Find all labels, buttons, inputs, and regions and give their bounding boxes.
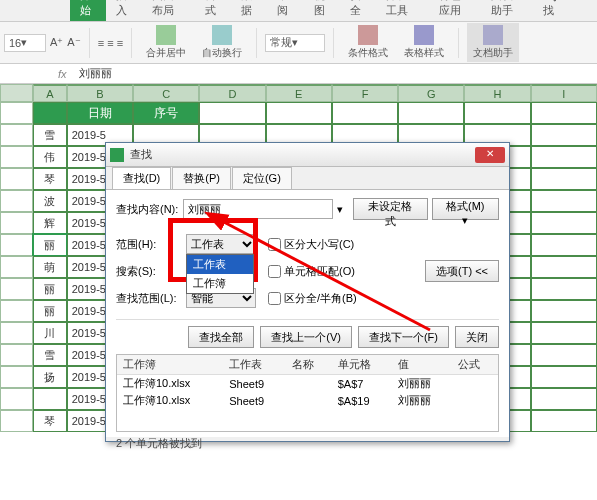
cell[interactable]: 扬 [33, 366, 67, 388]
formula-bar: fx 刘丽丽 [0, 64, 597, 84]
tab-find[interactable]: 查找(D) [112, 167, 171, 189]
tab-data[interactable]: 数据 [231, 0, 267, 21]
dialog-titlebar[interactable]: 查找 ✕ [106, 143, 509, 167]
header-date[interactable]: 日期 [67, 102, 133, 124]
search-scope-label: 查找范围(L): [116, 291, 186, 306]
cell[interactable]: 萌 [33, 256, 67, 278]
merge-center-button[interactable]: 合并居中 [140, 23, 192, 62]
whole-cell-label: 单元格匹配(O) [284, 264, 355, 279]
column-headers: A B C D E F G H I [0, 84, 597, 102]
results-status: 2 个单元格被找到 [116, 432, 499, 451]
col-e[interactable]: E [266, 84, 332, 102]
formula-bar-value[interactable]: 刘丽丽 [75, 66, 116, 81]
tab-doc-helper[interactable]: 文档助手 [481, 0, 533, 21]
cell[interactable] [33, 388, 67, 410]
col-f[interactable]: F [332, 84, 398, 102]
fx-icon[interactable]: fx [50, 68, 75, 80]
cell[interactable]: 川 [33, 322, 67, 344]
tab-review[interactable]: 审阅 [267, 0, 303, 21]
number-format-combo[interactable]: 常规 ▾ [265, 34, 325, 52]
font-shrink-icon[interactable]: A⁻ [67, 36, 80, 49]
tab-start[interactable]: 开始 [70, 0, 106, 21]
tab-view[interactable]: 视图 [304, 0, 340, 21]
no-format-button[interactable]: 未设定格式 [353, 198, 428, 220]
find-content-label: 查找内容(N): [116, 202, 183, 217]
find-content-input[interactable] [183, 199, 333, 219]
find-all-button[interactable]: 查找全部 [188, 326, 254, 348]
col-a[interactable]: A [33, 84, 66, 102]
cell[interactable]: 伟 [33, 146, 67, 168]
find-prev-button[interactable]: 查找上一个(V) [260, 326, 352, 348]
cell[interactable]: 丽 [33, 278, 67, 300]
find-next-button[interactable]: 查找下一个(F) [358, 326, 449, 348]
full-half-width-checkbox[interactable] [268, 292, 281, 305]
tab-page-layout[interactable]: 页面布局 [142, 0, 194, 21]
search-icon[interactable]: 🔍 查找 [533, 0, 597, 21]
close-button[interactable]: 关闭 [455, 326, 499, 348]
dialog-tabs: 查找(D) 替换(P) 定位(G) [106, 167, 509, 189]
ribbon: 16 ▾ A⁺ A⁻ ≡ ≡ ≡ 合并居中 自动换行 常规 ▾ 条件格式 表格样… [0, 22, 597, 64]
main-menu-tabs: 开始 插入 页面布局 公式 数据 审阅 视图 安全 开发工具 特色应用 文档助手… [0, 0, 597, 22]
font-size-combo[interactable]: 16 ▾ [4, 34, 46, 52]
scope-label: 范围(H): [116, 237, 186, 252]
format-button[interactable]: 格式(M) ▾ [432, 198, 499, 220]
tab-insert[interactable]: 插入 [106, 0, 142, 21]
cond-format-button[interactable]: 条件格式 [342, 23, 394, 62]
search-label: 搜索(S): [116, 264, 186, 279]
col-i[interactable]: I [531, 84, 597, 102]
cell[interactable]: 辉 [33, 212, 67, 234]
tab-special[interactable]: 特色应用 [429, 0, 481, 21]
table-style-button[interactable]: 表格样式 [398, 23, 450, 62]
tab-goto[interactable]: 定位(G) [232, 167, 292, 189]
tab-dev-tools[interactable]: 开发工具 [376, 0, 428, 21]
header-seq[interactable]: 序号 [133, 102, 199, 124]
doc-helper-button[interactable]: 文档助手 [467, 23, 519, 62]
find-dropdown-icon[interactable]: ▾ [337, 203, 343, 216]
cell[interactable]: 波 [33, 190, 67, 212]
results-table[interactable]: 工作簿 工作表 名称 单元格 值 公式 工作簿10.xlsxSheet9$A$7… [116, 354, 499, 432]
cell[interactable]: 雪 [33, 344, 67, 366]
scope-option-workbook[interactable]: 工作簿 [187, 274, 253, 293]
scope-dropdown-open: 工作表 工作簿 [186, 254, 254, 294]
cell[interactable]: 琴 [33, 168, 67, 190]
cell[interactable]: 雪 [33, 124, 67, 146]
match-case-label: 区分大小写(C) [284, 237, 354, 252]
dialog-app-icon [110, 148, 124, 162]
col-c[interactable]: C [133, 84, 199, 102]
font-grow-icon[interactable]: A⁺ [50, 36, 63, 49]
whole-cell-checkbox[interactable] [268, 265, 281, 278]
cell[interactable]: 丽 [33, 234, 67, 256]
wrap-text-button[interactable]: 自动换行 [196, 23, 248, 62]
match-case-checkbox[interactable] [268, 238, 281, 251]
scope-option-sheet[interactable]: 工作表 [187, 255, 253, 274]
col-d[interactable]: D [199, 84, 265, 102]
find-dialog: 查找 ✕ 查找(D) 替换(P) 定位(G) 查找内容(N): ▾ 未设定格式 … [105, 142, 510, 442]
col-g[interactable]: G [398, 84, 464, 102]
result-row[interactable]: 工作簿10.xlsxSheet9$A$7刘丽丽 [117, 375, 498, 393]
full-half-width-label: 区分全/半角(B) [284, 291, 357, 306]
scope-select[interactable]: 工作表 [186, 234, 256, 254]
cell[interactable]: 琴 [33, 410, 67, 432]
tab-security[interactable]: 安全 [340, 0, 376, 21]
options-button[interactable]: 选项(T) << [425, 260, 499, 282]
tab-replace[interactable]: 替换(P) [172, 167, 231, 189]
tab-formula[interactable]: 公式 [195, 0, 231, 21]
cell[interactable]: 丽 [33, 300, 67, 322]
align-icons[interactable]: ≡ ≡ ≡ [98, 37, 123, 49]
col-b[interactable]: B [67, 84, 133, 102]
close-icon[interactable]: ✕ [475, 147, 505, 163]
dialog-title: 查找 [130, 147, 475, 162]
header-row: 日期 序号 [0, 102, 597, 124]
result-row[interactable]: 工作簿10.xlsxSheet9$A$19刘丽丽 [117, 392, 498, 409]
col-h[interactable]: H [464, 84, 530, 102]
